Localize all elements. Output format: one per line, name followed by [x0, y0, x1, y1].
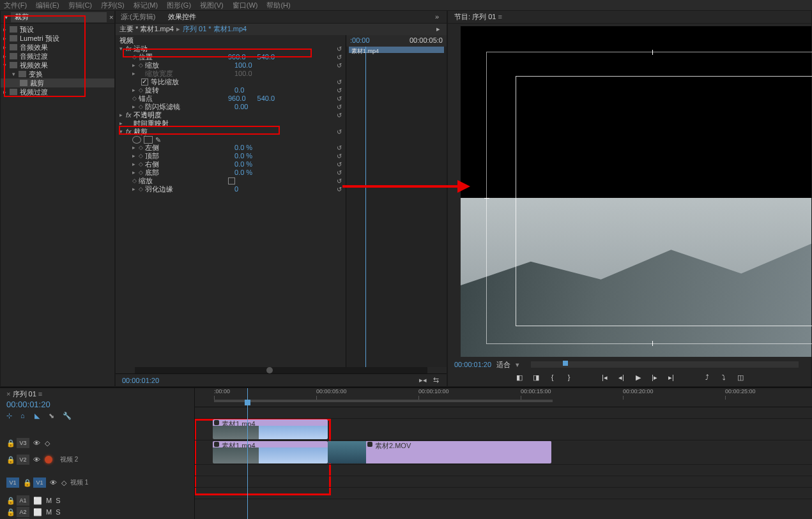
record-icon[interactable] — [45, 456, 52, 463]
mark-clip-button[interactable]: } — [564, 372, 574, 382]
chevron-down-icon[interactable]: ▾ — [516, 361, 519, 369]
reset-icon[interactable]: ↺ — [337, 153, 342, 160]
reset-icon[interactable]: ↺ — [337, 103, 342, 110]
program-monitor[interactable] — [461, 26, 811, 357]
checkbox-icon[interactable] — [228, 177, 235, 184]
snap-icon[interactable]: ⊹ — [6, 412, 15, 421]
menu-item[interactable]: 帮助(H) — [266, 1, 290, 10]
clip-v2[interactable]: 素材1.mp4 — [213, 419, 328, 439]
toggle-icon[interactable]: ◇ — [45, 439, 50, 448]
step-forward-button[interactable]: |▸ — [650, 372, 660, 382]
reset-icon[interactable]: ↺ — [337, 169, 342, 176]
track-v2[interactable]: 素材1.mp4 — [195, 419, 812, 440]
reset-icon[interactable]: ↺ — [337, 45, 342, 52]
menu-item[interactable]: 图形(G) — [167, 1, 191, 10]
menu-item[interactable]: 剪辑(C) — [68, 1, 92, 10]
track-v1[interactable]: 素材1.mp4 素材2.MOV — [195, 440, 812, 465]
chevron-down-icon[interactable]: ▾ — [4, 13, 8, 22]
fx-crop[interactable]: 裁剪 — [134, 127, 148, 137]
clear-search-icon[interactable]: × — [109, 13, 113, 22]
timeline-ruler[interactable]: :00:00 00:00:05:00 00:00:10:00 00:00:15:… — [195, 388, 812, 407]
mute-icon[interactable]: ⬜ — [33, 497, 42, 505]
tab-effect-controls[interactable]: 效果控件 — [168, 12, 196, 22]
eye-icon[interactable]: 👁 — [33, 456, 41, 463]
tab-source[interactable]: 源:(无剪辑) — [121, 12, 155, 22]
timeline-tracks-area[interactable]: :00:00 00:00:05:00 00:00:10:00 00:00:15:… — [195, 388, 812, 519]
lock-icon[interactable]: 🔒 — [6, 497, 13, 505]
program-tab[interactable]: 节目: 序列 01 — [454, 13, 496, 20]
reset-icon[interactable]: ↺ — [337, 128, 342, 135]
reset-icon[interactable]: ↺ — [337, 79, 342, 86]
track-header-a1[interactable]: 🔒A1⬜MS — [0, 495, 194, 506]
track-v3[interactable] — [195, 407, 812, 419]
effects-search-input[interactable] — [11, 12, 107, 22]
clip-v1a[interactable]: 素材1.mp4 — [213, 441, 328, 463]
mute-icon[interactable]: ⬜ — [33, 508, 42, 516]
program-ruler[interactable] — [531, 361, 799, 368]
sequence-tab[interactable]: 序列 01 — [13, 390, 36, 398]
mark-clip-button[interactable]: { — [548, 372, 558, 382]
reset-icon[interactable]: ↺ — [337, 87, 342, 94]
eye-icon[interactable]: 👁 — [33, 439, 41, 447]
settings-icon[interactable]: ⬊ — [49, 412, 57, 421]
menu-item[interactable]: 窗口(W) — [233, 1, 258, 10]
track-a1[interactable] — [195, 465, 812, 476]
breadcrumb-seq[interactable]: 序列 01 * 素材1.mp4 — [183, 24, 247, 34]
program-timecode[interactable]: 00:00:01:20 — [454, 361, 491, 368]
menu-item[interactable]: 序列(S) — [101, 1, 125, 10]
reset-icon[interactable]: ↺ — [337, 62, 342, 69]
ec-hscroll[interactable] — [135, 367, 427, 373]
reset-icon[interactable]: ↺ — [337, 186, 342, 193]
go-to-out-button[interactable]: ▸| — [666, 372, 677, 382]
eye-icon[interactable]: 👁 — [50, 479, 57, 486]
track-a2[interactable] — [195, 476, 812, 488]
reset-icon[interactable]: ↺ — [337, 54, 342, 61]
wrench-icon[interactable]: 🔧 — [63, 412, 72, 421]
tree-audio-fx[interactable]: ▸音频效果 — [1, 43, 114, 52]
mark-in-button[interactable]: ◧ — [514, 372, 525, 382]
lift-button[interactable]: ⤴ — [702, 372, 712, 382]
menu-item[interactable]: 编辑(E) — [36, 1, 59, 10]
tree-transform[interactable]: ▾变换 — [1, 70, 114, 79]
menu-item[interactable]: 视图(V) — [200, 1, 224, 10]
playhead-icon[interactable] — [563, 361, 568, 366]
lock-icon[interactable]: 🔒 — [23, 479, 29, 487]
track-header-v1[interactable]: V1🔒V1👁◇视频 1 — [0, 470, 194, 495]
panel-menu-icon[interactable]: » — [433, 12, 441, 21]
checkbox-icon[interactable] — [141, 79, 148, 86]
track-header-a2[interactable]: 🔒A2⬜MS — [0, 506, 194, 518]
reset-icon[interactable]: ↺ — [337, 177, 342, 184]
export-frame-button[interactable]: ◫ — [735, 372, 746, 382]
tree-video-trans[interactable]: ▸视频过渡 — [1, 87, 114, 96]
clip-v1b[interactable]: 素材2.MOV — [328, 441, 551, 463]
menu-item[interactable]: 文件(F) — [4, 1, 27, 10]
reset-icon[interactable]: ↺ — [337, 144, 342, 151]
track-a3[interactable] — [195, 488, 812, 499]
comp-icon[interactable]: ▸◂ — [418, 376, 427, 385]
step-back-button[interactable]: ◂| — [617, 372, 627, 382]
comp-icon[interactable]: ⇆ — [431, 376, 440, 385]
extract-button[interactable]: ⤵ — [719, 372, 729, 382]
ec-mini-timeline[interactable]: :00:0000:00:05:0 素材1.mp4 — [346, 35, 447, 368]
timeline-timecode[interactable]: 00:00:01:20 — [0, 400, 194, 409]
lock-icon[interactable]: 🔒 — [6, 456, 13, 464]
play-icon[interactable]: ▸ — [434, 25, 443, 34]
prop-crop-feather[interactable]: ▸◇羽化边缘0↺ — [116, 185, 346, 193]
lock-icon[interactable]: 🔒 — [6, 508, 13, 516]
tree-video-fx[interactable]: ▾视频效果 — [1, 61, 114, 70]
work-area[interactable] — [214, 400, 553, 402]
track-header-v3[interactable]: 🔒V3👁◇ — [0, 437, 194, 449]
ec-timecode[interactable]: 00:00:01:20 — [122, 377, 159, 384]
ellipse-mask-icon[interactable] — [132, 136, 141, 144]
tree-presets[interactable]: ▸预设 — [1, 25, 114, 34]
toggle-icon[interactable]: ◇ — [61, 479, 66, 487]
link-icon[interactable]: ⌂ — [20, 412, 29, 421]
reset-icon[interactable]: ↺ — [337, 95, 342, 102]
ec-playhead[interactable] — [365, 47, 366, 368]
timeline-playhead[interactable] — [247, 388, 248, 519]
reset-icon[interactable]: ↺ — [337, 112, 342, 119]
tree-crop-effect[interactable]: 裁剪 — [1, 79, 114, 87]
lock-icon[interactable]: 🔒 — [6, 439, 13, 448]
tree-lumetri[interactable]: ▸Lumetri 预设 — [1, 34, 114, 43]
marker-icon[interactable]: ◣ — [34, 412, 43, 421]
